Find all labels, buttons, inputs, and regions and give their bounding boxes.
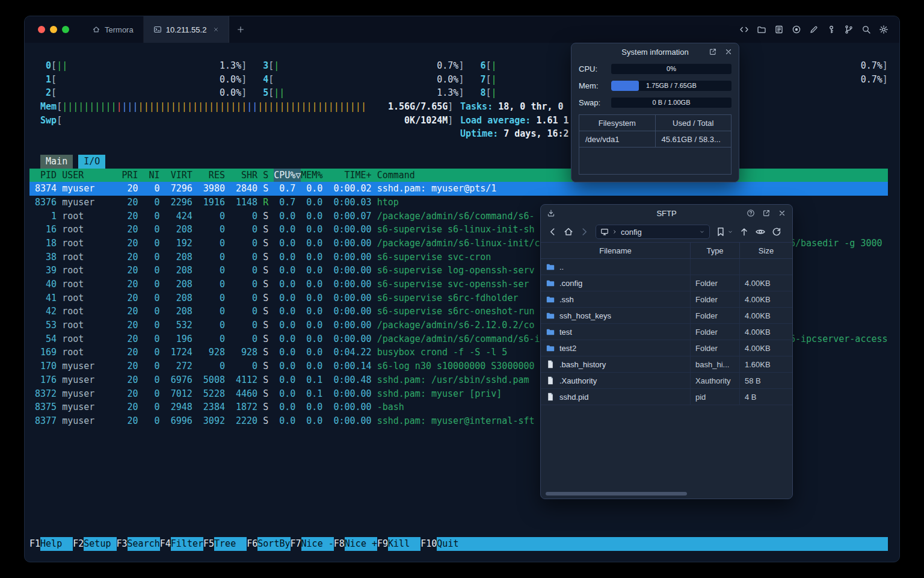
fkey-action-f8[interactable]: Nice + [345,537,377,551]
record-icon[interactable] [792,25,801,34]
help-icon[interactable] [747,209,755,217]
fkey-action-f9[interactable]: Kill [388,537,420,551]
code-icon[interactable] [739,25,749,34]
column-used-total: Used / Total [656,115,732,131]
memory-usage-text: 1.75GB / 7.65GB [611,81,732,91]
fkey-action-f7[interactable]: Nice - [301,537,334,551]
fkey-action-f6[interactable]: SortBy [257,537,290,551]
folder-icon[interactable] [757,25,766,34]
file-row[interactable]: sshd.pidpid4 B [541,389,792,405]
fkey-action-f2[interactable]: Setup [84,537,116,551]
swap-usage-text: 0 B / 1.00GB [611,98,732,108]
fkey-action-f3[interactable]: Search [128,537,160,551]
file-row[interactable]: .bash_historybash_hi...1.60KB [541,356,792,373]
column-res[interactable]: RES [198,169,225,182]
cpu-meter-2: 2[0.0%] [29,86,247,100]
notes-icon[interactable] [774,25,784,34]
settings-icon[interactable] [879,25,889,34]
filesystem-row[interactable]: /dev/vda1 45.61GB / 58.3... [579,131,731,148]
bookmark-caret-icon[interactable] [727,229,733,235]
branch-icon[interactable] [844,25,854,34]
zoom-window-button[interactable] [62,26,69,33]
chevron-right-icon [612,229,618,235]
bookmark-icon[interactable] [715,226,726,237]
column-pid[interactable]: PID [29,169,57,182]
file-type: Xauthority [690,373,739,388]
cpu-meters-row-3: 2[0.0%]5[||1.3%]8[|] [29,86,888,100]
fkey-f1: F1 [29,537,40,551]
view-tabs: MainI/O [29,155,888,169]
column-state[interactable]: S [263,169,268,182]
close-tab-icon[interactable] [213,26,219,33]
uptime: Uptime: 7 days, 16:2 [460,127,569,141]
tab-label: Termora [105,25,134,34]
transfers-icon[interactable] [547,209,555,217]
file-row[interactable]: test2Folder4.00KB [541,340,792,356]
parent-directory-icon[interactable] [739,226,750,237]
load-average: Load average: 1.61 1 [460,114,569,128]
process-row[interactable]: 8374myuser200729639802840S0.70.00:00.02s… [29,182,888,196]
close-panel-icon[interactable] [724,48,733,56]
file-name: ssh_host_keys [559,311,611,320]
close-window-button[interactable] [38,26,45,33]
open-in-new-window-icon[interactable] [762,209,771,217]
pencil-icon[interactable] [809,25,819,34]
column-time[interactable]: TIME+ [328,169,371,182]
back-icon[interactable] [547,226,558,237]
htop-tab-main[interactable]: Main [40,155,73,169]
column-size[interactable]: Size [739,243,792,258]
refresh-icon[interactable] [771,226,782,237]
file-row[interactable]: .sshFolder4.00KB [541,291,792,308]
close-panel-icon[interactable] [778,209,786,217]
new-tab-button[interactable] [229,16,252,43]
file-name: test2 [559,344,576,353]
column-cpu-sorted[interactable]: CPU%▽ [274,169,301,182]
column-mem[interactable]: MEM% [301,169,322,182]
blank-line [29,141,888,155]
chevron-down-icon[interactable] [699,229,705,235]
key-icon[interactable] [827,25,836,34]
fkey-action-f1[interactable]: Help [40,537,73,551]
cpu-meters-row-1: 0[||1.3%]3[|0.7%]6[|0.7%] [29,59,888,73]
path-segment[interactable]: config [621,228,642,237]
tab-termora[interactable]: Termora [82,16,144,43]
column-pri[interactable]: PRI [122,169,138,182]
column-virt[interactable]: VIRT [165,169,192,182]
file-type: Folder [690,340,739,356]
cpu-meter-4: 4[0.0%] [247,73,464,87]
path-bar[interactable]: config [596,225,710,239]
cpu-meter-1: 1[0.0%] [29,73,247,87]
cpu-meters-row-2: 1[0.0%]4[0.0%]7[|0.7%] [29,73,888,87]
column-type[interactable]: Type [690,243,739,258]
fkey-action-f5[interactable]: Tree [214,537,247,551]
tab-ssh-session[interactable]: 10.211.55.2 [144,16,230,43]
horizontal-scrollbar[interactable] [546,492,687,496]
show-hidden-files-icon[interactable] [755,226,766,237]
fkey-action-f10[interactable]: Quit [437,537,469,551]
htop-tab-io[interactable]: I/O [78,155,105,169]
open-in-new-window-icon[interactable] [709,48,717,56]
folder-icon [546,294,555,304]
titlebar: Termora 10.211.55.2 [25,16,899,43]
minimize-window-button[interactable] [50,26,57,33]
file-row[interactable]: .. [541,259,792,275]
memory-usage-row: Mem: 1.75GB / 7.65GB [571,77,739,94]
file-type: Folder [690,308,739,323]
fkey-action-f4[interactable]: Filter [171,537,203,551]
file-row[interactable]: .XauthorityXauthority58 B [541,373,792,389]
column-shr[interactable]: SHR [230,169,257,182]
file-row[interactable]: ssh_host_keysFolder4.00KB [541,308,792,324]
home-icon[interactable] [563,226,574,237]
computer-icon [600,228,609,236]
filesystem-table: Filesystem Used / Total /dev/vda1 45.61G… [579,114,732,175]
search-icon[interactable] [861,25,871,34]
column-ni[interactable]: NI [144,169,160,182]
file-row[interactable]: .configFolder4.00KB [541,275,792,291]
swap-meter: Swp[0K/1024M] Load average: 1.61 1 [29,114,888,128]
file-row[interactable]: testFolder4.00KB [541,324,792,340]
forward-icon[interactable] [579,226,590,237]
column-filename[interactable]: Filename [541,243,690,258]
column-user[interactable]: USER [62,169,116,182]
mem-value: 1.56G/7.65G [388,100,448,114]
file-type: Folder [690,291,739,307]
